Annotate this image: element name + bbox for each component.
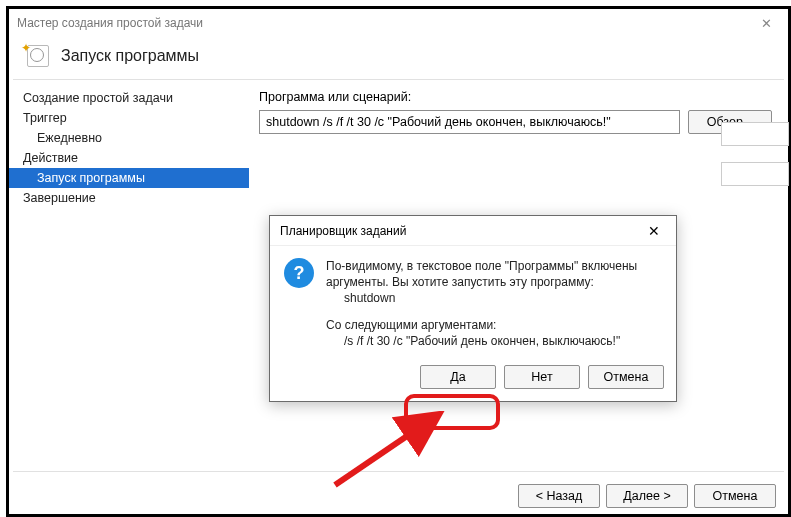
dialog-buttons: Да Нет Отмена — [270, 357, 676, 401]
dialog-text: По-видимому, в текстовое поле "Программы… — [326, 258, 637, 349]
dialog-title: Планировщик заданий — [280, 224, 406, 238]
no-button[interactable]: Нет — [504, 365, 580, 389]
program-row: Обзор... — [259, 110, 772, 134]
sidebar-item-action[interactable]: Действие — [9, 148, 249, 168]
program-input[interactable] — [259, 110, 680, 134]
sidebar-item-daily[interactable]: Ежедневно — [9, 128, 249, 148]
cancel-button[interactable]: Отмена — [694, 484, 776, 508]
dialog-body: ? По-видимому, в текстовое поле "Програм… — [270, 246, 676, 357]
wizard-footer: < Назад Далее > Отмена — [518, 484, 776, 508]
footer-divider — [13, 471, 784, 472]
next-button[interactable]: Далее > — [606, 484, 688, 508]
page-title: Запуск программы — [61, 47, 199, 65]
question-icon: ? — [284, 258, 314, 288]
dialog-titlebar: Планировщик заданий ✕ — [270, 216, 676, 246]
program-label: Программа или сценарий: — [259, 90, 772, 104]
sidebar-item-create[interactable]: Создание простой задачи — [9, 88, 249, 108]
back-button[interactable]: < Назад — [518, 484, 600, 508]
sidebar-item-startprogram[interactable]: Запуск программы — [9, 168, 249, 188]
dialog-close-icon[interactable]: ✕ — [642, 221, 666, 241]
arguments-input[interactable] — [721, 122, 789, 146]
dialog-cancel-button[interactable]: Отмена — [588, 365, 664, 389]
close-icon[interactable]: ✕ — [753, 14, 780, 33]
sidebar-item-trigger[interactable]: Триггер — [9, 108, 249, 128]
yes-button[interactable]: Да — [420, 365, 496, 389]
startin-input[interactable] — [721, 162, 789, 186]
wizard-sidebar: Создание простой задачи Триггер Ежедневн… — [9, 80, 249, 466]
window-title: Мастер создания простой задачи — [17, 16, 203, 30]
confirm-dialog: Планировщик заданий ✕ ? По-видимому, в т… — [269, 215, 677, 402]
task-icon: ✦ — [21, 43, 51, 69]
titlebar: Мастер создания простой задачи ✕ — [9, 9, 788, 37]
wizard-window: Мастер создания простой задачи ✕ ✦ Запус… — [6, 6, 791, 517]
sidebar-item-finish[interactable]: Завершение — [9, 188, 249, 208]
wizard-header: ✦ Запуск программы — [9, 37, 788, 79]
